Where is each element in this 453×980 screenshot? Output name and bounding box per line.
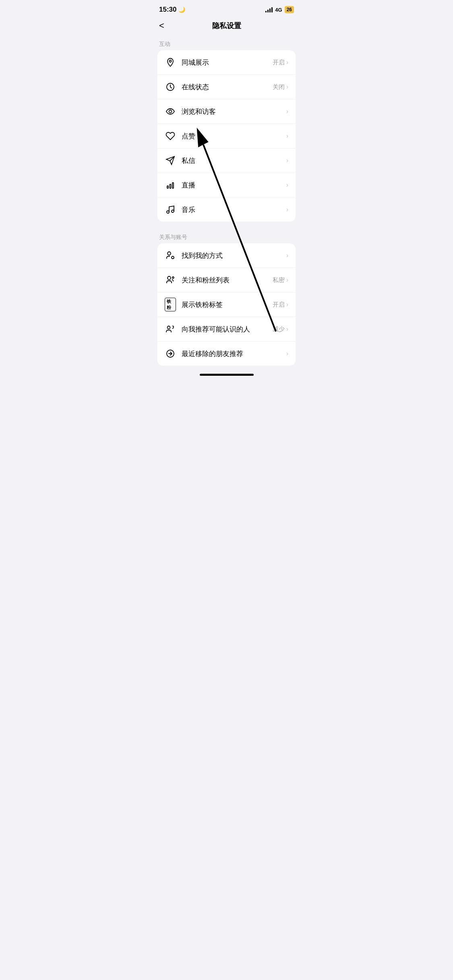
recommend-icon	[165, 323, 176, 335]
chevron-icon: ›	[286, 59, 288, 66]
chevron-icon: ›	[286, 181, 288, 189]
recommend-label: 向我推荐可能认识的人	[182, 325, 273, 334]
chevron-icon: ›	[286, 276, 288, 284]
signal-icon	[265, 7, 273, 12]
live-label: 直播	[182, 181, 286, 190]
row-tongcheng[interactable]: 同城展示 开启 ›	[157, 50, 296, 75]
svg-rect-5	[172, 183, 174, 188]
svg-point-0	[170, 60, 172, 62]
music-label: 音乐	[182, 205, 286, 214]
online-label: 在线状态	[182, 82, 273, 92]
message-value: ›	[286, 157, 288, 164]
online-icon	[165, 81, 176, 93]
row-message[interactable]: 私信 ›	[157, 148, 296, 173]
browse-label: 浏览和访客	[182, 107, 286, 116]
status-right: 4G 26	[265, 6, 294, 13]
svg-point-6	[167, 211, 169, 213]
page-title: 隐私设置	[212, 21, 241, 31]
row-music[interactable]: 音乐 ›	[157, 198, 296, 222]
findme-icon	[165, 250, 176, 261]
status-bar: 15:30 🌙 4G 26	[151, 0, 302, 17]
row-live[interactable]: 直播 ›	[157, 173, 296, 198]
heart-icon	[165, 130, 176, 142]
chevron-icon: ›	[286, 350, 288, 357]
tongcheng-label: 同城展示	[182, 58, 273, 67]
findme-label: 找到我的方式	[182, 251, 286, 260]
removed-icon	[165, 348, 176, 359]
like-value: ›	[286, 132, 288, 140]
ironfan-label: 展示铁粉标签	[182, 300, 273, 309]
message-icon	[165, 155, 176, 166]
chevron-icon: ›	[286, 83, 288, 91]
online-value: 关闭 ›	[273, 83, 288, 91]
findme-value: ›	[286, 252, 288, 259]
chevron-icon: ›	[286, 157, 288, 164]
browse-value: ›	[286, 108, 288, 115]
chevron-icon: ›	[286, 206, 288, 213]
row-like[interactable]: 点赞 ›	[157, 124, 296, 148]
location-icon	[165, 57, 176, 68]
followers-value: 私密 ›	[273, 276, 288, 284]
svg-point-7	[172, 210, 174, 212]
row-browse[interactable]: 浏览和访客 ›	[157, 99, 296, 124]
chevron-icon: ›	[286, 108, 288, 115]
row-followers[interactable]: 关注和粉丝列表 私密 ›	[157, 268, 296, 292]
followers-label: 关注和粉丝列表	[182, 276, 273, 285]
status-time: 15:30 🌙	[159, 6, 185, 14]
row-online[interactable]: 在线状态 关闭 ›	[157, 75, 296, 99]
network-label: 4G	[275, 7, 282, 13]
svg-rect-3	[167, 186, 168, 188]
row-removed[interactable]: 最近移除的朋友推荐 ›	[157, 342, 296, 366]
back-button[interactable]: <	[159, 21, 164, 31]
battery-indicator: 26	[285, 6, 294, 13]
nav-bar: < 隐私设置	[151, 17, 302, 37]
tongcheng-value: 开启 ›	[273, 59, 288, 66]
svg-point-8	[168, 252, 171, 255]
svg-point-10	[168, 276, 171, 280]
removed-label: 最近移除的朋友推荐	[182, 349, 286, 358]
svg-point-2	[169, 110, 172, 113]
row-ironfan[interactable]: 铁粉 展示铁粉标签 开启 ›	[157, 292, 296, 317]
moon-icon: 🌙	[178, 6, 185, 13]
eye-icon	[165, 106, 176, 117]
live-icon	[165, 179, 176, 191]
section-header-relationship: 关系与账号	[151, 230, 302, 243]
chevron-icon: ›	[286, 132, 288, 140]
ironfan-icon: 铁粉	[165, 299, 176, 310]
music-value: ›	[286, 206, 288, 213]
removed-value: ›	[286, 350, 288, 357]
home-indicator	[200, 374, 254, 376]
chevron-icon: ›	[286, 301, 288, 308]
chevron-icon: ›	[286, 252, 288, 259]
music-icon	[165, 204, 176, 215]
message-label: 私信	[182, 156, 286, 165]
row-recommend[interactable]: 向我推荐可能认识的人 减少 ›	[157, 317, 296, 342]
chevron-icon: ›	[286, 325, 288, 333]
relationship-card: 找到我的方式 › 关注和粉丝列表 私密 › 铁粉 展示铁粉标签 开启 ›	[157, 243, 296, 366]
recommend-value: 减少 ›	[273, 325, 288, 333]
ironfan-value: 开启 ›	[273, 301, 288, 309]
interaction-card: 同城展示 开启 › 在线状态 关闭 › 浏览和访客 ›	[157, 50, 296, 222]
section-header-interaction: 互动	[151, 37, 302, 50]
live-value: ›	[286, 181, 288, 189]
row-findme[interactable]: 找到我的方式 ›	[157, 243, 296, 268]
svg-point-11	[168, 326, 170, 329]
svg-rect-4	[170, 184, 171, 188]
like-label: 点赞	[182, 132, 286, 141]
followers-icon	[165, 274, 176, 286]
